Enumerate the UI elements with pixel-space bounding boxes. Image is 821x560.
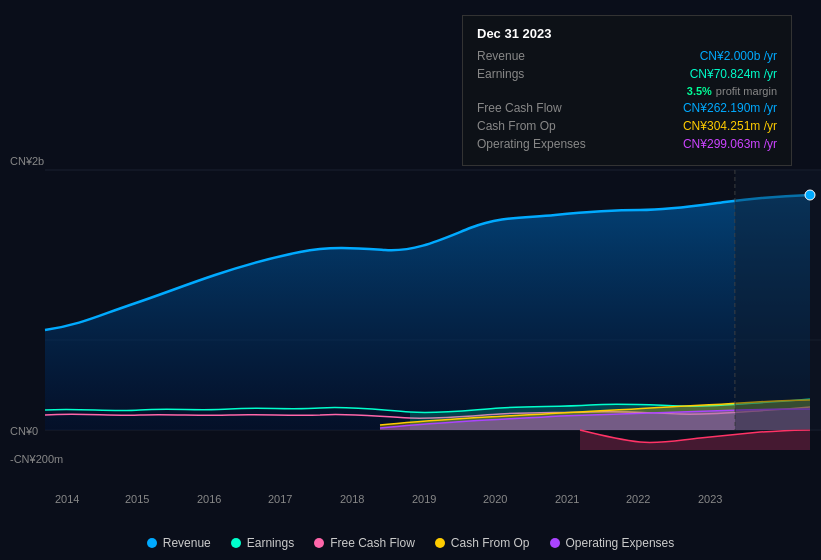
svg-rect-5: [735, 170, 821, 430]
chart-legend: Revenue Earnings Free Cash Flow Cash Fro…: [0, 536, 821, 550]
tooltip-profit-margin: 3.5% profit margin: [477, 85, 777, 97]
legend-dot-fcf: [314, 538, 324, 548]
x-axis-2015: 2015: [125, 493, 149, 505]
legend-cashfromop[interactable]: Cash From Op: [435, 536, 530, 550]
y-axis-top: CN¥2b: [10, 155, 44, 167]
x-axis-2017: 2017: [268, 493, 292, 505]
y-axis-bottom: -CN¥200m: [10, 453, 63, 465]
legend-revenue[interactable]: Revenue: [147, 536, 211, 550]
tooltip-value-cashfromop: CN¥304.251m /yr: [683, 119, 777, 133]
tooltip-value-earnings: CN¥70.824m /yr: [690, 67, 777, 81]
tooltip-row-earnings: Earnings CN¥70.824m /yr: [477, 67, 777, 81]
tooltip-label-fcf: Free Cash Flow: [477, 101, 587, 115]
svg-point-6: [805, 190, 815, 200]
profit-text: profit margin: [716, 85, 777, 97]
tooltip-label-cashfromop: Cash From Op: [477, 119, 587, 133]
legend-label-fcf: Free Cash Flow: [330, 536, 415, 550]
tooltip-label-opex: Operating Expenses: [477, 137, 587, 151]
chart-container: CN¥2b CN¥0 -CN¥200m 2014 2015 2016 2017 …: [0, 0, 821, 560]
legend-label-cashfromop: Cash From Op: [451, 536, 530, 550]
x-axis-2016: 2016: [197, 493, 221, 505]
legend-dot-revenue: [147, 538, 157, 548]
tooltip-row-revenue: Revenue CN¥2.000b /yr: [477, 49, 777, 63]
x-axis-2018: 2018: [340, 493, 364, 505]
x-axis-2023: 2023: [698, 493, 722, 505]
legend-label-opex: Operating Expenses: [566, 536, 675, 550]
legend-label-earnings: Earnings: [247, 536, 294, 550]
tooltip-row-fcf: Free Cash Flow CN¥262.190m /yr: [477, 101, 777, 115]
legend-earnings[interactable]: Earnings: [231, 536, 294, 550]
tooltip-row-opex: Operating Expenses CN¥299.063m /yr: [477, 137, 777, 151]
tooltip-label-earnings: Earnings: [477, 67, 587, 81]
y-axis-mid: CN¥0: [10, 425, 38, 437]
tooltip-label-revenue: Revenue: [477, 49, 587, 63]
tooltip-title: Dec 31 2023: [477, 26, 777, 41]
profit-badge: 3.5%: [687, 85, 712, 97]
x-axis-2019: 2019: [412, 493, 436, 505]
x-axis-2021: 2021: [555, 493, 579, 505]
legend-opex[interactable]: Operating Expenses: [550, 536, 675, 550]
legend-dot-opex: [550, 538, 560, 548]
legend-label-revenue: Revenue: [163, 536, 211, 550]
x-axis-2014: 2014: [55, 493, 79, 505]
tooltip-row-cashfromop: Cash From Op CN¥304.251m /yr: [477, 119, 777, 133]
legend-fcf[interactable]: Free Cash Flow: [314, 536, 415, 550]
data-tooltip: Dec 31 2023 Revenue CN¥2.000b /yr Earnin…: [462, 15, 792, 166]
x-axis-2022: 2022: [626, 493, 650, 505]
tooltip-value-opex: CN¥299.063m /yr: [683, 137, 777, 151]
legend-dot-earnings: [231, 538, 241, 548]
legend-dot-cashfromop: [435, 538, 445, 548]
tooltip-value-revenue: CN¥2.000b /yr: [700, 49, 777, 63]
x-axis-2020: 2020: [483, 493, 507, 505]
tooltip-value-fcf: CN¥262.190m /yr: [683, 101, 777, 115]
